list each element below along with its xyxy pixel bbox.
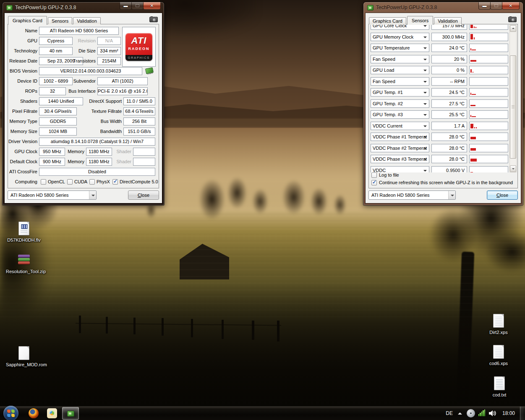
tab-validation[interactable]: Validation [73,17,101,24]
network-activity-icon[interactable] [478,409,486,417]
volume-icon[interactable] [488,409,497,417]
sensor-row: Fan Speed 20 % [371,55,508,63]
tab-validation[interactable]: Validation [434,17,462,24]
winrar-archive-icon [18,253,30,267]
close-dialog-button[interactable]: Close [487,190,518,200]
sensor-name-dropdown[interactable]: Fan Speed [371,55,429,63]
messenger-taskbar-icon[interactable] [47,408,57,418]
sensor-name-dropdown[interactable]: GPU Core Clock [371,25,429,30]
minimize-button[interactable]: ▬ [120,2,132,10]
sensor-scrollbar[interactable] [509,25,517,172]
sensor-graph [469,66,508,74]
sensor-name-dropdown[interactable]: GPU Temp. #1 [371,88,429,97]
minimize-button[interactable]: ▬ [478,2,491,10]
desktop-icon-zip[interactable]: Resolution_Tool.zip [6,253,42,274]
sensor-name-dropdown[interactable]: Fan Speed [371,77,429,86]
sensor-graph [469,25,508,30]
revision-value: N/A [97,37,121,45]
close-button[interactable]: ✕ [143,2,161,10]
wallpaper-right-tree-trunk [457,252,475,403]
desktop-icon-codtxt[interactable]: cod.txt [481,376,517,398]
sensor-name-dropdown[interactable]: VDDC Phase #3 Temperat [371,155,429,163]
log-to-file-row: ✓ Log to file [371,172,513,179]
hidden-icons-arrow[interactable] [458,410,462,415]
sensor-name-dropdown[interactable]: VDDC Phase #1 Temperat [371,133,429,141]
camera-icon[interactable] [149,17,158,22]
gpu-value: Cypress [39,37,73,45]
window-client-area: Graphics Card Sensors Validation GPU Cor… [366,13,521,203]
gpuz-taskbar-button-active[interactable] [62,407,79,420]
row-gpu-clock: GPU Clock 950 MHz Memory 1180 MHz Shader [8,148,159,156]
scroll-up-icon[interactable] [510,25,516,32]
desktop-icon-rom[interactable]: Sapphire_MOD.rom [6,346,42,368]
steam-tray-icon[interactable] [467,409,475,417]
wallpaper-fence-post [106,317,108,334]
device-select-dropdown[interactable]: ATI Radeon HD 5800 Series [368,190,456,200]
windows-logo-icon [7,410,15,417]
sensor-row: VDDC Phase #3 Temperat 28.0 °C [371,155,508,163]
desktop-icon-flv[interactable]: D57KDH0DH.flv [6,222,42,243]
sensor-row: GPU Temp. #2 27.5 °C [371,99,508,108]
show-desktop-button[interactable] [520,407,525,420]
desktop-icon-label: Dirt2.xps [481,330,517,335]
firefox-taskbar-icon[interactable] [29,408,39,418]
sensor-name-dropdown[interactable]: GPU Temp. #2 [371,99,429,108]
bus-width-value: 256 Bit [123,117,155,125]
wallpaper-foreground [0,282,525,420]
sensor-row: GPU Core Clock 157.0 MHz [371,25,508,30]
checkbox-cuda[interactable]: ✓ [67,179,73,185]
sensor-value: 0 % [431,66,467,74]
sensor-name-dropdown[interactable]: GPU Memory Clock [371,33,429,41]
row-crossfire: ATI CrossFire Disabled [8,168,159,176]
sensor-name-dropdown[interactable]: VDDC Current [371,122,429,130]
camera-icon[interactable] [508,17,517,22]
wallpaper-field-texture [0,210,525,319]
gpuz-app-icon [67,411,74,417]
desktop-icon-dirt2[interactable]: Dirt2.xps [481,314,517,335]
sensor-list-viewport: GPU Core Clock 157.0 MHz GPU Memory Cloc… [371,25,508,172]
sensor-name-dropdown[interactable]: GPU Temperature [371,44,429,52]
checkbox-continue-refreshing[interactable]: ✓ [371,180,377,185]
checkbox-opencl[interactable]: ✓ [41,179,46,185]
sensor-name-dropdown[interactable]: GPU Load [371,66,429,74]
ati-radeon-logo: ATI RADEON GRAPHICS [125,33,152,61]
bandwidth-value: 151.0 GB/s [123,128,155,136]
row-computing: Computing ✓ OpenCL ✓ CUDA ✓ PhysX ✓ Dire… [8,178,159,186]
row-pixel-fillrate: Pixel Fillrate 30.4 GPixel/s Texture Fil… [8,107,159,115]
wallpaper-fence-post [191,319,193,337]
tab-graphics-card[interactable]: Graphics Card [8,16,47,25]
clock[interactable]: 18:00 [498,410,520,416]
close-dialog-button[interactable]: Close [128,190,159,200]
sensor-graph [469,99,508,108]
scrollbar-thumb[interactable] [510,55,516,159]
chip-icon[interactable] [145,67,154,74]
desktop-icon-label: cod.txt [481,392,517,398]
document-file-icon [492,345,505,359]
sensor-value: 27.5 °C [431,99,467,108]
tab-sensors[interactable]: Sensors [48,17,72,24]
wallpaper-fence-post [162,318,164,336]
sensor-row: VDDC Phase #2 Temperat 28.0 °C [371,144,508,152]
tab-graphics-card[interactable]: Graphics Card [369,17,406,24]
checkbox-physx[interactable]: ✓ [89,179,95,185]
start-button[interactable] [3,406,18,420]
default-shaderclock-value [133,158,155,166]
close-button[interactable]: ✕ [502,2,520,10]
language-indicator[interactable]: DE [443,410,455,416]
sensor-value: 28.0 °C [431,144,467,152]
sensor-name-dropdown[interactable]: GPU Temp. #3 [371,110,429,119]
wallpaper-fence-post [277,321,279,342]
checkbox-log-to-file[interactable]: ✓ [371,172,377,178]
tab-sensors[interactable]: Sensors [407,16,433,25]
desktop-icon-label: Sapphire_MOD.rom [6,362,42,368]
sensor-row: GPU Temp. #3 25.5 °C [371,110,508,119]
sensor-name-dropdown[interactable]: VDDC Phase #2 Temperat [371,144,429,152]
row-driver: Driver Version atiumdag 8.14.10.0728 (Ca… [8,138,159,146]
checkbox-directcompute[interactable]: ✓ [112,179,118,185]
desktop-icon-cod6[interactable]: cod6.xps [481,345,517,366]
sensors-panel: GPU Core Clock 157.0 MHz GPU Memory Cloc… [368,24,518,188]
desktop-icon-label: D57KDH0DH.flv [6,237,42,243]
wallpaper-fence-post [222,320,224,339]
device-select-dropdown[interactable]: ATI Radeon HD 5800 Series [8,190,97,200]
continue-refreshing-row: ✓ Continue refreshing this screen while … [371,180,513,186]
